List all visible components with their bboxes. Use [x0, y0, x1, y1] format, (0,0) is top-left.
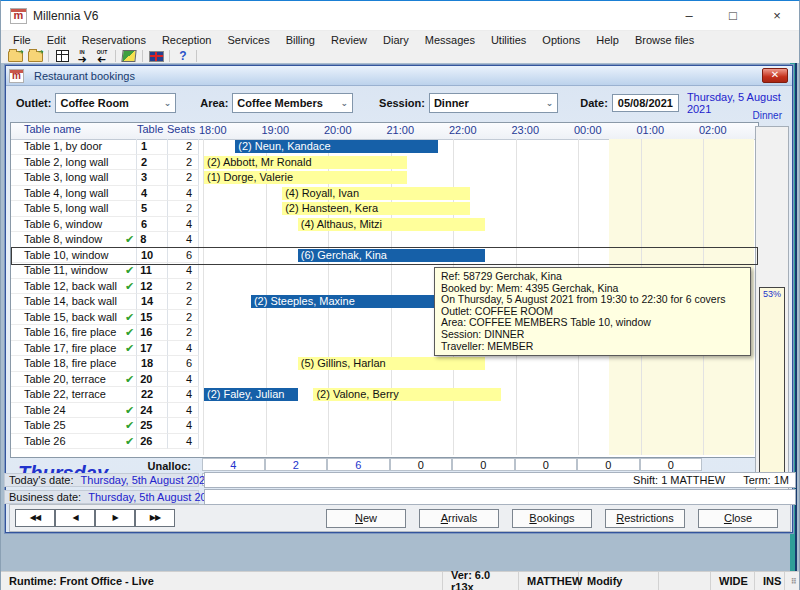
menu-item-diary[interactable]: Diary — [375, 33, 417, 47]
allocated-check-icon: ✔ — [125, 435, 134, 447]
table-name-cell: Table 15, back wall — [11, 310, 137, 326]
first-record-button[interactable]: ◀◀ — [15, 509, 55, 527]
panel-title: Restaurant bookings — [34, 70, 135, 82]
uk-flag-icon[interactable] — [146, 49, 166, 64]
menu-item-billing[interactable]: Billing — [278, 33, 323, 47]
date-label: Date: — [580, 97, 608, 109]
table-row[interactable]: Table 4, long wall44(4) Royall, Ivan — [11, 186, 758, 202]
booking-bar[interactable]: (6) Gerchak, Kina — [298, 249, 486, 262]
session-select[interactable]: Dinner⌄ — [429, 93, 558, 113]
panel-close-icon[interactable]: ✕ — [762, 68, 788, 83]
restrictions-button[interactable]: Restrictions — [605, 509, 685, 528]
menu-item-edit[interactable]: Edit — [39, 33, 74, 47]
menu-item-utilities[interactable]: Utilities — [483, 33, 534, 47]
message-field[interactable] — [204, 489, 796, 505]
table-row[interactable]: Table 26✔264 — [11, 434, 758, 450]
bookings-button[interactable]: Bookings — [512, 509, 592, 528]
empty-status — [659, 572, 711, 590]
booking-bar[interactable]: (5) Gillins, Harlan — [298, 357, 486, 370]
help-icon[interactable]: ? — [173, 49, 193, 64]
occupancy-gauge-fill: 53% — [759, 287, 785, 486]
table-number-cell: 18 — [137, 356, 168, 372]
booking-bar[interactable]: (1) Dorge, Valerie — [204, 171, 407, 184]
table-row[interactable]: Table 22, terrace224(2) Faley, Julian(2)… — [11, 387, 758, 403]
menu-item-file[interactable]: File — [5, 33, 39, 47]
tooltip-line: Ref: 58729 Gerchak, Kina — [441, 271, 744, 283]
seats-cell: 2 — [168, 170, 199, 186]
timeline-cell — [199, 418, 758, 434]
close-button[interactable]: × — [755, 1, 799, 30]
menu-item-help[interactable]: Help — [588, 33, 627, 47]
table-row[interactable]: Table 3, long wall32(1) Dorge, Valerie — [11, 170, 758, 186]
menu-item-browse-files[interactable]: Browse files — [627, 33, 702, 47]
status-bar: Runtime: Front Office - Live Ver: 6.0 r1… — [1, 571, 799, 590]
table-row[interactable]: Table 8, window✔84 — [11, 232, 758, 248]
menu-item-options[interactable]: Options — [534, 33, 588, 47]
close-button[interactable]: Close — [698, 509, 778, 528]
menu-item-messages[interactable]: Messages — [417, 33, 483, 47]
table-number-cell: 14 — [137, 294, 168, 310]
previous-record-button[interactable]: ◀ — [55, 509, 95, 527]
menu-item-reception[interactable]: Reception — [154, 33, 220, 47]
booking-bar[interactable]: (2) Neun, Kandace — [235, 140, 438, 153]
seats-cell: 2 — [168, 325, 199, 341]
booking-bar[interactable]: (4) Althaus, Mitzi — [298, 218, 486, 231]
table-row[interactable]: Table 25✔254 — [11, 418, 758, 434]
table-row[interactable]: Table 2, long wall22(2) Abbott, Mr Ronal… — [11, 155, 758, 171]
timeline-cell: (2) Faley, Julian(2) Valone, Berry — [199, 387, 758, 403]
table-row[interactable]: Table 1, by door12(2) Neun, Kandace — [11, 139, 758, 155]
table-row[interactable]: Table 24✔244 — [11, 403, 758, 419]
seats-cell: 4 — [168, 387, 199, 403]
table-row[interactable]: Table 20, terrace✔204 — [11, 372, 758, 388]
menu-item-reservations[interactable]: Reservations — [74, 33, 154, 47]
booking-bar[interactable]: (4) Royall, Ivan — [282, 187, 470, 200]
seats-cell: 2 — [168, 139, 199, 155]
new-button[interactable]: New — [326, 509, 406, 528]
arrivals-button[interactable]: Arrivals — [419, 509, 499, 528]
booking-bar[interactable]: (2) Steeples, Maxine — [251, 295, 439, 308]
booking-bar[interactable]: (2) Faley, Julian — [204, 388, 298, 401]
booking-bar[interactable]: (2) Abbott, Mr Ronald — [204, 156, 407, 169]
unalloc-cell: 0 — [515, 458, 578, 471]
check-out-icon[interactable]: OUT➜ — [92, 49, 112, 64]
runtime-status: Runtime: Front Office - Live — [1, 572, 443, 590]
flag-report-icon[interactable] — [119, 49, 139, 64]
table-name-cell: Table 4, long wall — [11, 186, 137, 202]
table-number-cell: ✔17 — [137, 341, 168, 357]
minimize-button[interactable]: – — [667, 1, 711, 30]
wide-status: WIDE — [711, 572, 755, 590]
occupancy-percent: 53% — [760, 289, 784, 299]
table-row[interactable]: Table 6, window64(4) Althaus, Mitzi — [11, 217, 758, 233]
table-name-cell: Table 5, long wall — [11, 201, 137, 217]
resize-grip[interactable]: ⠿ — [791, 577, 799, 586]
outlet-label: Outlet: — [16, 97, 51, 109]
table-row[interactable]: Table 18, fire place186(5) Gillins, Harl… — [11, 356, 758, 372]
area-select[interactable]: Coffee Members⌄ — [232, 93, 353, 113]
table-name-cell: Table 12, back wall — [11, 279, 137, 295]
outlet-select[interactable]: Coffee Room⌄ — [55, 93, 176, 113]
table-row[interactable]: Table 5, long wall52(2) Hansteen, Kera — [11, 201, 758, 217]
table-number: 25 — [140, 419, 152, 431]
open-folder-alt-icon[interactable] — [25, 49, 45, 64]
table-name-cell: Table 22, terrace — [11, 387, 137, 403]
shift-field[interactable]: Shift: 1 MATTHEW Term: 1M — [204, 472, 796, 488]
maximize-button[interactable]: □ — [711, 1, 755, 30]
seats-cell: 2 — [168, 201, 199, 217]
next-record-button[interactable]: ▶ — [95, 509, 135, 527]
date-input[interactable]: 05/08/2021 — [612, 94, 679, 112]
allocated-check-icon: ✔ — [125, 342, 134, 354]
table-number-cell: ✔25 — [137, 418, 168, 434]
table-plan-icon[interactable] — [52, 49, 72, 64]
allocated-check-icon: ✔ — [125, 419, 134, 431]
check-in-icon[interactable]: IN➜ — [72, 49, 92, 64]
table-row[interactable]: Table 10, window106(6) Gerchak, Kina — [11, 248, 758, 264]
table-number-cell: 22 — [137, 387, 168, 403]
unalloc-cell: 6 — [327, 458, 390, 471]
menu-item-services[interactable]: Services — [219, 33, 277, 47]
table-number: 17 — [140, 342, 152, 354]
booking-bar[interactable]: (2) Hansteen, Kera — [282, 202, 470, 215]
menu-item-review[interactable]: Review — [323, 33, 375, 47]
last-record-button[interactable]: ▶▶ — [135, 509, 175, 527]
booking-bar[interactable]: (2) Valone, Berry — [313, 388, 501, 401]
open-folder-icon[interactable] — [5, 49, 25, 64]
